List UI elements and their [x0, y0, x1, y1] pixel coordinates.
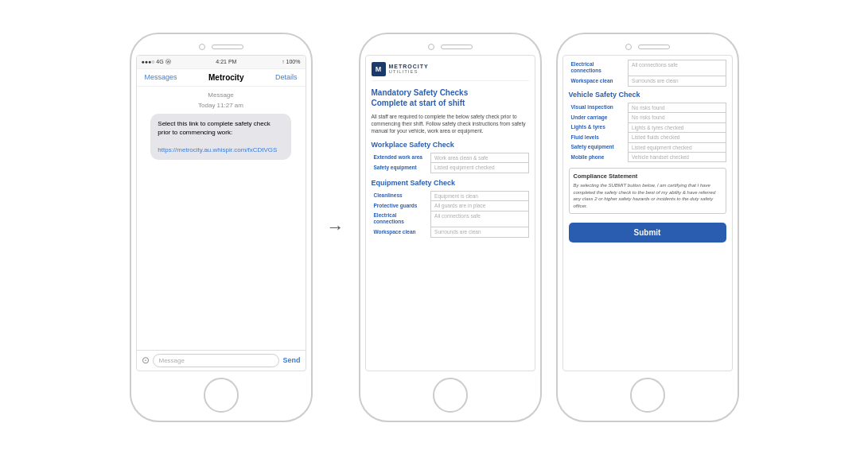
camera-button[interactable]: ⊙: [142, 355, 150, 366]
field-label-extended-work-area: Extended work area: [372, 153, 431, 162]
phone-2: M METROCITY UTILITIES Mandatory Safety C…: [359, 33, 542, 422]
camera-icon: [199, 44, 205, 50]
field-input-cleanliness[interactable]: Equipment is clean: [431, 191, 528, 200]
field-label-fluid-levels: Fluid levels: [569, 133, 629, 142]
status-bar: ●●●○ 4G ⓦ 4:21 PM ↑ 100%: [137, 56, 306, 69]
time-display: 4:21 PM: [216, 59, 236, 64]
phone-2-top: [365, 44, 535, 50]
field-label-electrical-connections: Electrical connections: [372, 211, 431, 227]
field-input-workspace-clean[interactable]: Surrounds are clean: [431, 227, 528, 237]
equipment-section-title: Equipment Safety Check: [372, 179, 529, 187]
field-label-lights-tyres: Lights & tyres: [569, 122, 629, 132]
message-input[interactable]: Message: [153, 354, 280, 367]
table-row: Under carriage No risks found: [569, 113, 726, 122]
logo-text-group: METROCITY UTILITIES: [389, 64, 429, 74]
field-input-workspace-clean-2[interactable]: Surrounds are clean: [629, 76, 726, 86]
phone-1-screen: ●●●○ 4G ⓦ 4:21 PM ↑ 100% Messages Metroc…: [136, 55, 306, 371]
message-label: Message: [208, 91, 233, 99]
camera-icon-3: [625, 44, 632, 50]
home-button-3[interactable]: [630, 378, 665, 413]
field-label-workspace-clean-2: Workspace clean: [569, 76, 629, 86]
table-row: Mobile phone Vehicle handset checked: [569, 153, 726, 162]
table-row: Extended work area Work area clean & saf…: [372, 153, 529, 162]
field-input-elec-conn[interactable]: All connections safe: [629, 60, 726, 76]
vehicle-section-title: Vehicle Safety Check: [569, 91, 726, 99]
home-button-2[interactable]: [433, 378, 468, 413]
compliance-title: Compliance Statement: [574, 173, 722, 180]
message-input-bar: ⊙ Message Send: [137, 350, 306, 371]
safety-form-body: M METROCITY UTILITIES Mandatory Safety C…: [366, 56, 535, 371]
phone-1: ●●●○ 4G ⓦ 4:21 PM ↑ 100% Messages Metroc…: [130, 33, 313, 422]
nav-back-messages[interactable]: Messages: [145, 73, 177, 81]
field-input-safety-equipment[interactable]: Listed equipment checked: [431, 163, 528, 173]
send-button[interactable]: Send: [282, 356, 300, 364]
home-button[interactable]: [204, 378, 239, 413]
phone-1-top: [136, 44, 306, 50]
safety-check-link[interactable]: https://metrocity.au.whispir.com/fxCDtVG…: [158, 146, 277, 153]
field-input-mobile-phone[interactable]: Vehicle handset checked: [629, 153, 726, 162]
speaker-icon-2: [441, 45, 473, 49]
vehicle-table: Visual inspection No risks found Under c…: [569, 103, 726, 163]
table-row: Electrical connections All connections s…: [569, 60, 726, 76]
phone-2-screen: M METROCITY UTILITIES Mandatory Safety C…: [365, 55, 535, 371]
company-name: METROCITY: [389, 64, 429, 69]
bubble-text: Select this link to complete safety chec…: [158, 120, 270, 136]
table-row: Workspace clean Surrounds are clean: [372, 227, 529, 237]
field-label-workspace-clean: Workspace clean: [372, 227, 431, 237]
table-row: Visual inspection No risks found: [569, 103, 726, 112]
company-sub: UTILITIES: [389, 69, 429, 74]
field-label-cleanliness: Cleanliness: [372, 191, 431, 200]
chat-body: Message Today 11:27 am Select this link …: [137, 87, 306, 350]
table-row: Protective guards All guards are in plac…: [372, 201, 529, 211]
message-time: Today 11:27 am: [198, 102, 243, 109]
messages-nav: Messages Metrocity Details: [137, 69, 306, 87]
workplace-table: Extended work area Work area clean & saf…: [372, 153, 529, 173]
workplace-section-title: Workplace Safety Check: [372, 141, 529, 149]
compliance-statement: Compliance Statement By selecting the SU…: [569, 168, 726, 214]
field-input-under-carriage[interactable]: No risks found: [629, 113, 726, 122]
signal-indicator: ●●●○ 4G ⓦ: [142, 58, 171, 66]
form-intro: All staff are required to complete the b…: [372, 113, 529, 134]
table-row: Cleanliness Equipment is clean: [372, 191, 529, 200]
phone-3: Electrical connections All connections s…: [556, 33, 739, 422]
field-input-protective-guards[interactable]: All guards are in place: [431, 201, 528, 211]
table-row: Safety equipment Listed equipment checke…: [372, 163, 529, 173]
field-input-visual-inspection[interactable]: No risks found: [629, 103, 726, 112]
field-label-under-carriage: Under carriage: [569, 113, 629, 122]
field-input-electrical-connections[interactable]: All connections safe: [431, 211, 528, 227]
table-row: Electrical connections All connections s…: [372, 211, 529, 227]
field-label-protective-guards: Protective guards: [372, 201, 431, 211]
safety-form-content: M METROCITY UTILITIES Mandatory Safety C…: [366, 56, 535, 371]
field-label-mobile-phone: Mobile phone: [569, 153, 629, 162]
field-label-elec-conn: Electrical connections: [569, 60, 629, 76]
nav-contact-name: Metrocity: [208, 73, 243, 82]
compliance-text: By selecting the SUBMIT button below, I …: [574, 182, 722, 209]
field-input-safety-equip-vehicle[interactable]: Listed equipment checked: [629, 142, 726, 152]
field-label-safety-equip-vehicle: Safety equipment: [569, 142, 629, 152]
equipment-table: Cleanliness Equipment is clean Protectiv…: [372, 191, 529, 238]
form-title: Mandatory Safety Checks Complete at star…: [372, 87, 529, 108]
table-row: Workspace clean Surrounds are clean: [569, 76, 726, 86]
table-row: Lights & tyres Lights & tyres checked: [569, 122, 726, 132]
logo-row: M METROCITY UTILITIES: [372, 62, 529, 81]
logo-icon: M: [372, 62, 386, 76]
table-row: Fluid levels Listed fluids checked: [569, 133, 726, 142]
field-input-fluid-levels[interactable]: Listed fluids checked: [629, 133, 726, 142]
field-label-visual-inspection: Visual inspection: [569, 103, 629, 112]
phone-3-screen: Electrical connections All connections s…: [562, 55, 733, 371]
vehicle-form-content: Electrical connections All connections s…: [563, 56, 732, 371]
field-input-work-area[interactable]: Work area clean & safe: [431, 153, 528, 162]
battery-indicator: ↑ 100%: [282, 59, 300, 64]
phone-3-top: [562, 44, 733, 50]
chat-bubble: Select this link to complete safety chec…: [150, 114, 290, 161]
field-input-lights-tyres[interactable]: Lights & tyres checked: [629, 122, 726, 132]
speaker-icon-3: [638, 45, 670, 49]
message-placeholder: Message: [159, 357, 185, 364]
speaker-icon: [212, 45, 243, 49]
table-row: Safety equipment Listed equipment checke…: [569, 142, 726, 152]
nav-details-link[interactable]: Details: [275, 73, 298, 81]
submit-button[interactable]: Submit: [569, 223, 726, 243]
top-continuation-table: Electrical connections All connections s…: [569, 60, 726, 87]
field-label-safety-equipment: Safety equipment: [372, 163, 431, 173]
arrow-indicator: →: [327, 217, 344, 238]
